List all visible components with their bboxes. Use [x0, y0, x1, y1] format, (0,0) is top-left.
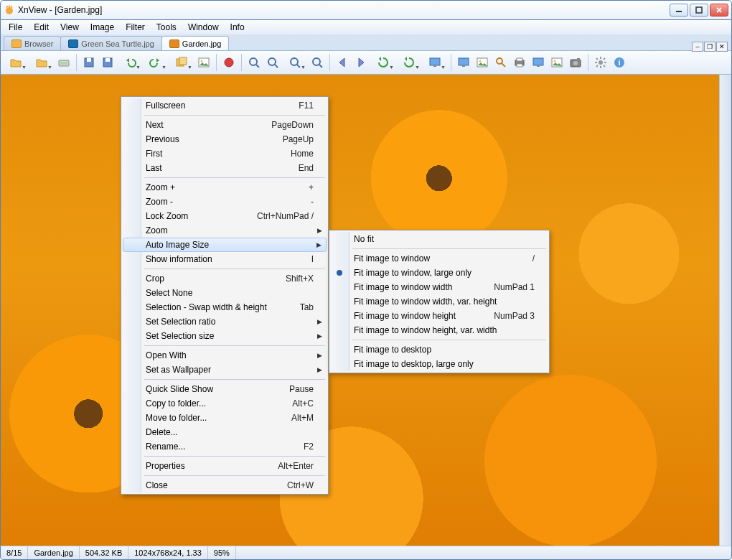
toolbar-save[interactable] [80, 54, 98, 71]
mdi-minimize[interactable]: – [692, 42, 703, 52]
menu-filter[interactable]: Filter [121, 21, 150, 34]
subctx-fit-image-to-window-height-var-width[interactable]: Fit image to window height, var. width [331, 323, 548, 337]
toolbar-zoom-in[interactable] [245, 54, 263, 71]
menu-item-label: Fit image to desktop, large only [354, 359, 535, 369]
ctx-set-selection-size[interactable]: Set Selection size▶ [123, 329, 327, 343]
ctx-set-selection-ratio[interactable]: Set Selection ratio▶ [123, 314, 327, 329]
toolbar-capture[interactable] [548, 54, 566, 71]
subctx-fit-image-to-window-width[interactable]: Fit image to window widthNumPad 1 [331, 280, 548, 294]
folder-icon [11, 39, 22, 48]
toolbar-quickview-dd[interactable]: ▼ [4, 54, 28, 71]
toolbar-batch[interactable] [195, 54, 212, 71]
toolbar-next[interactable] [352, 54, 370, 71]
ctx-move-to-folder[interactable]: Move to folder...Alt+M [123, 411, 327, 425]
ctx-quick-slide-show[interactable]: Quick Slide ShowPause [123, 382, 327, 396]
ctx-copy-to-folder[interactable]: Copy to folder...Alt+C [123, 396, 327, 411]
svg-text:i: i [618, 58, 620, 67]
menu-window[interactable]: Window [183, 21, 224, 34]
toolbar-info[interactable]: i [611, 54, 628, 71]
tab-garden[interactable]: Garden.jpg [161, 36, 229, 50]
app-name: XnView [18, 5, 47, 15]
svg-line-17 [256, 65, 259, 67]
menu-item-shortcut: + [309, 182, 314, 192]
menu-item-shortcut: F11 [299, 101, 314, 111]
dropdown-arrow-icon: ▼ [187, 65, 192, 70]
menu-item-shortcut: Ctrl+NumPad / [257, 211, 314, 221]
tab-green-sea-turtle[interactable]: Green Sea Turtle.jpg [60, 36, 162, 50]
dropdown-arrow-icon: ▼ [415, 65, 420, 70]
ctx-rename[interactable]: Rename...F2 [123, 439, 327, 454]
zoom-icon [266, 56, 279, 69]
minimize-button[interactable] [670, 4, 688, 17]
toolbar-zoom-out[interactable] [309, 54, 326, 71]
ctx-select-none[interactable]: Select None [123, 286, 327, 300]
ctx-next[interactable]: NextPageDown [123, 118, 327, 132]
ctx-fullscreen[interactable]: FullscreenF11 [123, 98, 327, 113]
toolbar-fit-dd[interactable]: ▼ [423, 54, 447, 71]
menu-item-label: Quick Slide Show [146, 384, 272, 394]
toolbar-acquire[interactable] [55, 54, 72, 71]
toolbar-snapshot[interactable] [567, 54, 584, 71]
subctx-fit-image-to-window-width-var-height[interactable]: Fit image to window width, var. height [331, 294, 548, 309]
toolbar-browse-dd[interactable]: ▼ [29, 54, 54, 71]
toolbar-prev[interactable] [334, 54, 351, 71]
ctx-zoom[interactable]: Zoom▶ [123, 223, 327, 238]
mdi-restore[interactable]: ❐ [704, 42, 715, 52]
menu-view[interactable]: View [55, 21, 84, 34]
subctx-fit-image-to-window-height[interactable]: Fit image to window heightNumPad 3 [331, 309, 548, 323]
menu-item-shortcut: Alt+Enter [278, 461, 314, 471]
toolbar-rotate-ccw-dd[interactable]: ▼ [371, 54, 395, 71]
ctx-selection-swap-width-height[interactable]: Selection - Swap width & heightTab [123, 300, 327, 314]
close-button[interactable] [710, 4, 728, 17]
menu-item-label: Fit image to window width [354, 282, 477, 292]
subctx-fit-image-to-window-large-only[interactable]: Fit image to window, large only [331, 266, 548, 280]
menu-tools[interactable]: Tools [151, 21, 182, 34]
ctx-last[interactable]: LastEnd [123, 161, 327, 175]
toolbar-rotate-cw-dd[interactable]: ▼ [397, 54, 421, 71]
ctx-show-information[interactable]: Show informationI [123, 252, 327, 266]
menu-item-label: Copy to folder... [146, 398, 275, 409]
ctx-open-with[interactable]: Open With▶ [123, 348, 327, 363]
toolbar-convert-dd[interactable]: ▼ [169, 54, 194, 71]
ctx-set-as-wallpaper[interactable]: Set as Wallpaper▶ [123, 363, 327, 377]
pic-icon [197, 56, 210, 69]
toolbar-search[interactable] [492, 54, 510, 71]
vertical-scrollbar[interactable] [719, 75, 731, 546]
ctx-first[interactable]: FirstHome [123, 146, 327, 161]
toolbar-compare[interactable] [530, 54, 547, 71]
mdi-close[interactable]: ✕ [716, 42, 728, 52]
menu-info[interactable]: Info [225, 21, 250, 34]
toolbar-slideshow[interactable] [474, 54, 491, 71]
subctx-no-fit[interactable]: No fit [331, 232, 548, 246]
menu-item-label: Set Selection ratio [146, 317, 314, 327]
ctx-auto-image-size[interactable]: Auto Image Size▶ [123, 238, 327, 252]
toolbar-fullscreen[interactable] [455, 54, 472, 71]
maximize-button[interactable] [690, 4, 708, 17]
toolbar-redo-dd[interactable]: ▼ [144, 54, 168, 71]
toolbar-tag-red[interactable] [220, 54, 238, 71]
menu-image[interactable]: Image [85, 21, 119, 34]
svg-rect-36 [537, 65, 540, 67]
toolbar-zoom-100[interactable] [264, 54, 281, 71]
ctx-previous[interactable]: PreviousPageUp [123, 132, 327, 146]
menu-edit[interactable]: Edit [29, 21, 54, 34]
ctx-lock-zoom[interactable]: Lock ZoomCtrl+NumPad / [123, 209, 327, 223]
subctx-fit-image-to-window[interactable]: Fit image to window/ [331, 251, 548, 266]
svg-point-42 [599, 60, 603, 65]
ctx-zoom[interactable]: Zoom -- [123, 195, 327, 209]
dropdown-arrow-icon: ▼ [301, 65, 306, 70]
ctx-properties[interactable]: PropertiesAlt+Enter [123, 459, 327, 473]
ctx-crop[interactable]: CropShift+X [123, 271, 327, 286]
toolbar-saveas[interactable] [99, 54, 116, 71]
menu-file[interactable]: File [4, 21, 27, 34]
toolbar-zoom-out-dd[interactable]: ▼ [283, 54, 307, 71]
ctx-close[interactable]: CloseCtrl+W [123, 478, 327, 493]
tab-browser[interactable]: Browser [4, 36, 61, 50]
toolbar-settings[interactable] [592, 54, 609, 71]
ctx-delete[interactable]: Delete... [123, 425, 327, 439]
toolbar-undo-dd[interactable]: ▼ [118, 54, 142, 71]
subctx-fit-image-to-desktop[interactable]: Fit image to desktop [331, 342, 548, 357]
toolbar-print[interactable] [511, 54, 528, 71]
subctx-fit-image-to-desktop-large-only[interactable]: Fit image to desktop, large only [331, 357, 548, 371]
ctx-zoom[interactable]: Zoom ++ [123, 180, 327, 195]
